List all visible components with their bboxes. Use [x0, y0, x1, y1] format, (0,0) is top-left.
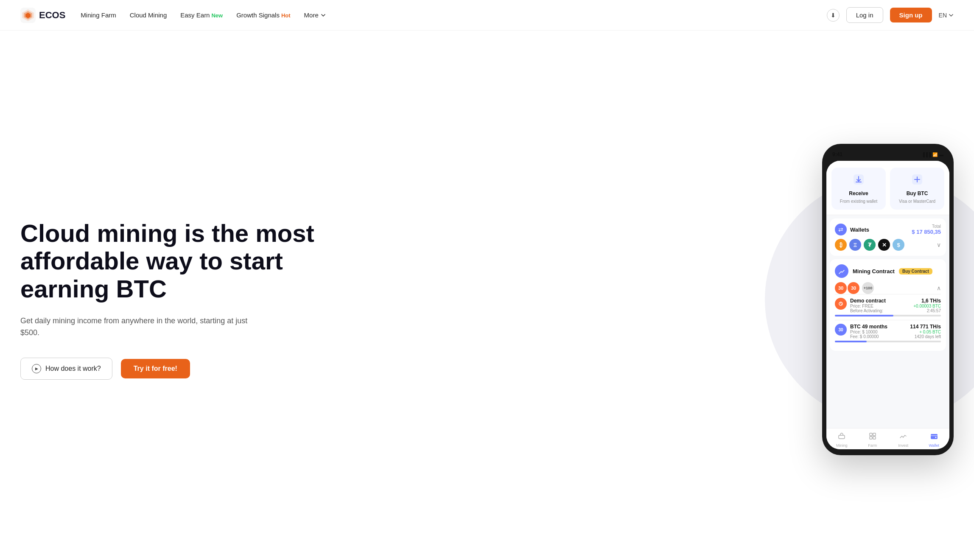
action-buy-btc[interactable]: Buy BTC Visa or MasterCard: [890, 168, 944, 210]
coins-toggle-icon[interactable]: ∨: [937, 241, 941, 248]
login-button[interactable]: Log in: [846, 7, 883, 23]
hero-section: Cloud mining is the most affordable way …: [0, 31, 974, 560]
demo-contract: Demo contract Price: FREE Before Activat…: [835, 294, 941, 320]
buy-contract-badge[interactable]: Buy Contract: [899, 268, 932, 274]
contract-icons-row: 30 30 +100 ∧: [835, 282, 941, 294]
mining-header: Mining Contract Buy Contract: [835, 264, 941, 278]
btc-contract-left: 30 BTC 49 months Price: $ 10000 Fee: $ 0…: [835, 324, 887, 339]
phone-status-bar: 9:41 ▐▐▐ 📶 ▬: [826, 150, 949, 161]
buy-btc-title: Buy BTC: [907, 190, 928, 196]
action-receive[interactable]: Receive From existing wallet: [831, 168, 886, 210]
receive-sub: From existing wallet: [840, 199, 877, 204]
wallets-title: Wallets: [850, 227, 869, 233]
coin-xrp[interactable]: ✕: [878, 239, 890, 251]
svg-rect-9: [873, 433, 876, 436]
nav-links: Mining Farm Cloud Mining Easy EarnNew Gr…: [81, 11, 326, 19]
coin-eth[interactable]: Ξ: [849, 239, 861, 251]
btc-fee: Fee: $ 0.00000: [850, 334, 887, 339]
hero-subtitle: Get daily mining income from anywhere in…: [20, 315, 266, 339]
wifi-icon: 📶: [932, 152, 938, 157]
phone-outer: 9:41 ▐▐▐ 📶 ▬: [822, 144, 954, 455]
bottom-nav-invest[interactable]: Invest: [888, 432, 919, 448]
contract-num-30: 30: [835, 282, 847, 294]
contract-more: +100: [862, 282, 874, 294]
btc-contract: 30 BTC 49 months Price: $ 10000 Fee: $ 0…: [835, 320, 941, 346]
wallet-coins-row: ₿ Ξ ₮ ✕ $ ∨: [835, 239, 941, 251]
wallet-nav-icon: [930, 432, 938, 442]
bottom-nav-mining[interactable]: Mining: [826, 432, 857, 448]
wallets-total: Total $ 17 850,35: [912, 224, 941, 235]
btc-progress-fill: [835, 341, 867, 342]
wallets-icon: ⇄: [835, 224, 847, 235]
svg-point-13: [935, 437, 936, 438]
farm-nav-icon: [868, 432, 877, 442]
demo-progress-bar: [835, 315, 941, 316]
buy-btc-icon: [911, 174, 923, 188]
phone-mockup: 9:41 ▐▐▐ 📶 ▬: [822, 144, 954, 455]
badge-new: New: [211, 12, 223, 19]
phone-bottom-nav: Mining Farm Invest: [826, 428, 949, 449]
phone-time: 9:41: [832, 151, 842, 157]
nav-link-mining-farm[interactable]: Mining Farm: [81, 11, 116, 19]
coin-usdt[interactable]: ₮: [864, 239, 876, 251]
mining-icon: [835, 264, 848, 278]
nav-link-cloud-mining[interactable]: Cloud Mining: [130, 11, 167, 19]
invest-nav-icon: [899, 432, 907, 442]
receive-title: Receive: [849, 190, 868, 196]
coin-usd[interactable]: $: [893, 239, 904, 251]
download-icon[interactable]: ⬇: [827, 9, 840, 22]
demo-contract-info: Demo contract Price: FREE Before Activat…: [850, 298, 886, 313]
battery-icon: ▬: [939, 152, 943, 157]
nav-more-dropdown[interactable]: More: [304, 11, 326, 19]
wallets-header: ⇄ Wallets Total $ 17 850,35: [835, 224, 941, 235]
btc-progress-bar: [835, 341, 941, 342]
badge-hot: Hot: [281, 12, 291, 19]
wallets-section: ⇄ Wallets Total $ 17 850,35 ₿ Ξ ₮: [830, 218, 946, 256]
phone-status-icons: ▐▐▐ 📶 ▬: [922, 152, 943, 157]
try-free-button[interactable]: Try it for free!: [121, 359, 190, 378]
btc-contract-info: BTC 49 months Price: $ 10000 Fee: $ 0.00…: [850, 324, 887, 339]
navbar: ECOS Mining Farm Cloud Mining Easy EarnN…: [0, 0, 974, 31]
buy-btc-sub: Visa or MasterCard: [899, 199, 935, 204]
signal-icon: ▐▐▐: [922, 152, 931, 157]
mining-section: Mining Contract Buy Contract 30 30 +100 …: [830, 259, 946, 351]
nav-right: ⬇ Log in Sign up EN: [827, 7, 954, 23]
phone-screen: Receive From existing wallet Buy BTC: [826, 161, 949, 449]
coin-btc[interactable]: ₿: [835, 239, 847, 251]
contract-num-30-2: 30: [848, 282, 859, 294]
nav-link-easy-earn[interactable]: Easy EarnNew: [180, 11, 223, 19]
hero-phone-area: 9:41 ▐▐▐ 📶 ▬: [822, 144, 954, 455]
svg-rect-7: [839, 435, 845, 439]
phone-actions: Receive From existing wallet Buy BTC: [826, 161, 949, 215]
demo-contract-left: Demo contract Price: FREE Before Activat…: [835, 298, 886, 313]
svg-rect-10: [870, 437, 872, 439]
demo-contract-right: 1,6 TH/s +0.00003 BTC 2:45:57: [913, 298, 941, 313]
nav-left: ECOS Mining Farm Cloud Mining Easy EarnN…: [20, 8, 326, 23]
hero-title: Cloud mining is the most affordable way …: [20, 219, 326, 303]
demo-progress-fill: [835, 315, 893, 316]
receive-icon: [853, 174, 865, 188]
bottom-nav-wallet[interactable]: Wallet: [919, 432, 950, 448]
svg-rect-11: [873, 437, 876, 439]
signup-button[interactable]: Sign up: [890, 8, 932, 22]
demo-before: Before Activating:: [850, 308, 886, 313]
svg-rect-8: [870, 433, 872, 436]
hero-content: Cloud mining is the most affordable way …: [20, 219, 326, 380]
svg-rect-12: [931, 434, 938, 439]
btc-contract-row: 30 BTC 49 months Price: $ 10000 Fee: $ 0…: [835, 324, 941, 339]
mining-nav-icon: [837, 432, 846, 442]
how-it-works-button[interactable]: ▶ How does it work?: [20, 358, 112, 380]
btc-contract-right: 114 771 TH/s + 0.05 BTC 1420 days left: [910, 324, 941, 339]
logo-text: ECOS: [39, 10, 65, 21]
nav-link-growth-signals[interactable]: Growth SignalsHot: [236, 11, 290, 19]
mining-title: Mining Contract: [853, 268, 895, 274]
play-icon: ▶: [32, 364, 41, 373]
logo[interactable]: ECOS: [20, 8, 65, 23]
demo-contract-icon: [835, 298, 847, 310]
contracts-toggle-icon[interactable]: ∧: [937, 285, 941, 291]
language-selector[interactable]: EN: [939, 12, 954, 19]
bottom-nav-farm[interactable]: Farm: [857, 432, 888, 448]
hero-buttons: ▶ How does it work? Try it for free!: [20, 358, 326, 380]
demo-contract-row: Demo contract Price: FREE Before Activat…: [835, 298, 941, 313]
btc-contract-icon: 30: [835, 324, 847, 336]
